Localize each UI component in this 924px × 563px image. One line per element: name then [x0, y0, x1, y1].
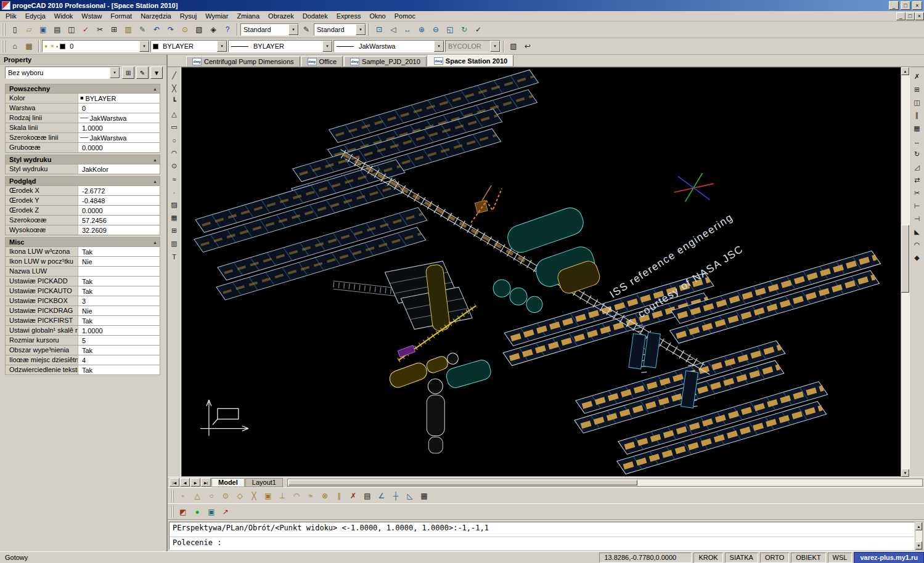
property-value[interactable]: -0.4848 — [78, 196, 160, 205]
copy-object-icon[interactable]: ⊞ — [910, 83, 923, 96]
toolbar-handle[interactable] — [170, 490, 174, 502]
property-value[interactable]: Nie — [78, 306, 160, 315]
property-value[interactable]: 57.2456 — [78, 216, 160, 225]
chevron-down-icon[interactable] — [322, 41, 332, 52]
image-attach-icon[interactable]: ▧ — [192, 23, 206, 36]
zoom-window-icon[interactable]: ⊡ — [372, 23, 386, 36]
chevron-down-icon[interactable] — [217, 41, 227, 52]
move-icon[interactable]: ↔ — [910, 135, 923, 148]
ucs-dialog-icon[interactable]: ⌂ — [8, 39, 22, 53]
scrollbar-track[interactable] — [901, 75, 909, 469]
spline-icon[interactable]: ≈ — [168, 172, 181, 185]
property-row[interactable]: Œrodek Y -0.4848 — [5, 196, 160, 206]
layer-previous-icon[interactable]: ↩ — [521, 39, 534, 53]
doc-tab-space-station[interactable]: dwg Space Station 2010 — [428, 55, 513, 67]
horizontal-scrollbar[interactable] — [287, 479, 923, 487]
pickadd-toggle-icon[interactable]: ⊞ — [122, 67, 134, 79]
light-status-icon[interactable]: ● — [190, 505, 204, 519]
property-value[interactable]: Tak — [78, 316, 160, 325]
property-value[interactable]: Tak — [78, 346, 160, 355]
tab-next-button[interactable]: ▶ — [190, 478, 200, 487]
property-value[interactable]: 1.0000 — [78, 123, 160, 132]
snap-intersection-icon[interactable]: ╳ — [247, 489, 261, 503]
section-podglad[interactable]: Podgląd — [5, 176, 160, 186]
chevron-down-icon[interactable] — [288, 24, 298, 35]
break-icon[interactable]: ⊣ — [910, 213, 923, 225]
pan-icon[interactable]: ↔ — [401, 23, 414, 36]
help-icon[interactable]: ? — [221, 23, 234, 36]
command-scrollbar[interactable] — [915, 522, 923, 550]
selection-filter-combo[interactable]: Bez wyboru — [5, 67, 120, 79]
layer-on-icon[interactable]: ● — [44, 43, 47, 49]
property-value[interactable]: 5 — [78, 336, 160, 345]
rotate-icon[interactable]: ↻ — [910, 148, 923, 161]
polyline-icon[interactable]: ┗ — [168, 95, 181, 108]
menu-item[interactable]: Edycja — [21, 12, 50, 20]
fillet-icon[interactable]: ◠ — [910, 238, 923, 251]
layer-freeze-icon[interactable]: ☀ — [49, 43, 54, 49]
snap-parallel-icon[interactable]: ∥ — [332, 489, 346, 503]
explode-icon[interactable]: ◆ — [910, 251, 923, 264]
property-row[interactable]: Ikona LUW w³czona Tak — [5, 247, 160, 257]
undo-icon[interactable]: ↶ — [150, 23, 163, 36]
mtext-icon[interactable]: T — [168, 250, 181, 263]
toolbar-handle[interactable] — [2, 40, 6, 52]
snap-insertion-icon[interactable]: ▣ — [261, 489, 275, 503]
object-tracking-icon[interactable]: ┼ — [389, 489, 403, 503]
snap-tangent-icon[interactable]: ◠ — [290, 489, 303, 503]
property-value[interactable]: Tak — [78, 365, 160, 375]
polar-tracking-icon[interactable]: ∠ — [375, 489, 388, 503]
restore-button[interactable]: □ — [901, 1, 910, 10]
snap-midpoint-icon[interactable]: △ — [190, 489, 204, 503]
menu-item[interactable]: Wstaw — [77, 12, 106, 20]
property-value[interactable]: 3 — [78, 296, 160, 306]
layer-manager-icon[interactable]: ▦ — [22, 39, 36, 53]
layer-lock-icon[interactable]: ▪ — [57, 44, 59, 49]
property-value[interactable]: 0.0000 — [78, 143, 160, 152]
style-manager-icon[interactable]: ✎ — [300, 23, 313, 36]
close-button[interactable]: × — [912, 1, 922, 10]
offset-icon[interactable]: ∥ — [910, 109, 923, 122]
zoom-extents-icon[interactable]: ◱ — [443, 23, 457, 36]
menu-item[interactable]: Okno — [365, 12, 390, 20]
doc-tab-centrifugal[interactable]: dwg Centrifugal Pump Dimensions — [186, 56, 300, 67]
scroll-down-icon[interactable] — [901, 469, 909, 477]
quick-select-icon[interactable]: ▼ — [150, 67, 163, 79]
color-combo[interactable]: BYLAYER — [150, 40, 227, 52]
circle-icon[interactable]: ○ — [168, 134, 181, 147]
scrollbar-thumb[interactable] — [288, 480, 637, 485]
menu-item[interactable]: Express — [332, 12, 366, 20]
polygon-icon[interactable]: △ — [168, 108, 181, 121]
snap-perpendicular-icon[interactable]: ⊥ — [276, 489, 289, 503]
menu-item[interactable]: Narzędzia — [136, 12, 176, 20]
snap-endpoint-icon[interactable]: ▫ — [176, 489, 190, 503]
entity-style-combo[interactable]: Standard — [240, 23, 299, 36]
grid-display-icon[interactable]: ▦ — [417, 489, 431, 503]
property-value[interactable]: 1.0000 — [78, 326, 160, 335]
plot-icon[interactable]: ▤ — [51, 23, 64, 36]
minimize-button[interactable]: _ — [889, 1, 899, 10]
table-icon[interactable]: ▥ — [168, 237, 181, 250]
layer-combo[interactable]: ● ☀ ▪ 0 — [42, 40, 150, 52]
snap-node-icon[interactable]: ⊙ — [219, 489, 232, 503]
menu-item[interactable]: Format — [106, 12, 136, 20]
property-value[interactable]: ■BYLAYER — [78, 94, 160, 103]
save-icon[interactable]: ▣ — [36, 23, 50, 36]
spell-icon[interactable]: ✓ — [79, 23, 92, 36]
osnap-settings-icon[interactable]: ⊙ — [178, 23, 192, 36]
lineweight-combo[interactable]: JakWarstwa — [333, 40, 444, 52]
property-row[interactable]: Wysokoœæ 32.2609 — [5, 225, 160, 235]
materials-icon[interactable]: ▣ — [205, 505, 218, 519]
property-row[interactable]: Rozmiar kursoru 5 — [5, 336, 160, 346]
menu-item[interactable]: Widok — [50, 12, 78, 20]
collapse-icon[interactable] — [153, 238, 160, 246]
xline-icon[interactable]: ╳ — [168, 82, 181, 95]
property-value[interactable] — [78, 267, 160, 276]
menu-item[interactable]: Zmiana — [232, 12, 264, 20]
status-toggle[interactable]: OBIEKT — [791, 553, 825, 563]
doc-tab-sample[interactable]: dwg Sample_PJD_2010 — [344, 56, 427, 67]
menu-item[interactable]: Dodatek — [298, 12, 332, 20]
tab-last-button[interactable]: ▶| — [201, 478, 211, 487]
property-row[interactable]: Skala linii 1.0000 — [5, 123, 160, 133]
doc-close-button[interactable]: × — [915, 12, 924, 20]
